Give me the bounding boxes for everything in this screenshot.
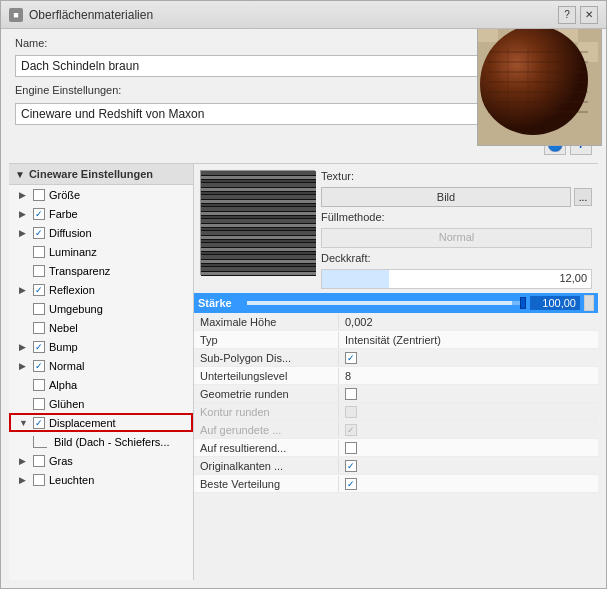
checkbox-normal[interactable] <box>33 360 45 372</box>
table-row-beste: Beste Verteilung <box>194 475 598 493</box>
svg-rect-41 <box>201 252 316 254</box>
svg-rect-33 <box>201 219 316 223</box>
cell-check-original <box>339 458 598 474</box>
expand-icon: ▶ <box>19 209 29 219</box>
cell-label-geo-runden: Geometrie runden <box>194 386 339 402</box>
table-row-geo-runden: Geometrie runden <box>194 385 598 403</box>
tree-label-gras: Gras <box>49 455 189 467</box>
tree-item-normal[interactable]: ▶ Normal <box>9 356 193 375</box>
checkbox-grosse[interactable] <box>33 189 45 201</box>
checkbox-diffusion[interactable] <box>33 227 45 239</box>
svg-rect-31 <box>201 212 316 215</box>
cell-label-typ: Typ <box>194 332 339 348</box>
tree-label-displacement: Displacement <box>49 417 189 429</box>
checkbox-transparenz[interactable] <box>33 265 45 277</box>
svg-rect-42 <box>201 255 316 259</box>
tree-connector <box>33 436 47 448</box>
expand-icon: ▶ <box>19 361 29 371</box>
middle-section: ▼ Cineware Einstellungen ▶ Größe ▶ Farbe… <box>9 163 598 580</box>
svg-rect-2 <box>478 29 498 42</box>
svg-rect-21 <box>201 171 316 175</box>
tree-item-alpha[interactable]: Alpha <box>9 375 193 394</box>
bild-row: Bild ... <box>321 187 592 207</box>
checkbox-reflexion[interactable] <box>33 284 45 296</box>
engine-row: Cineware und Redshift von Maxon ▼ <box>9 103 598 125</box>
cell-check-beste <box>339 476 598 492</box>
texture-svg <box>201 171 316 276</box>
expand-icon: ▶ <box>19 285 29 295</box>
help-button[interactable]: ? <box>558 6 576 24</box>
fullmethode-label: Füllmethode: <box>321 211 592 223</box>
tree-item-nebel[interactable]: Nebel <box>9 318 193 337</box>
tree-item-displacement[interactable]: ▼ Displacement <box>9 413 193 432</box>
scroll-up-btn[interactable] <box>584 295 594 311</box>
cineware-section-label: Cineware Einstellungen <box>29 168 153 180</box>
engine-dropdown-value: Cineware und Redshift von Maxon <box>21 107 204 121</box>
deckkraft-slider[interactable]: 12,00 <box>321 269 592 289</box>
tree-item-leuchten[interactable]: ▶ Leuchten <box>9 470 193 489</box>
tree-item-bump[interactable]: ▶ Bump <box>9 337 193 356</box>
engine-label: Engine Einstellungen: <box>15 84 121 96</box>
tree-label-reflexion: Reflexion <box>49 284 189 296</box>
svg-rect-26 <box>201 192 316 194</box>
check-geo-runden[interactable] <box>345 388 357 400</box>
starke-value: 100,00 <box>530 296 580 310</box>
right-controls: Textur: Bild ... Füllmethode: Normal Dec… <box>321 170 592 289</box>
check-beste[interactable] <box>345 478 357 490</box>
tree-item-farbe[interactable]: ▶ Farbe <box>9 204 193 223</box>
checkbox-bump[interactable] <box>33 341 45 353</box>
checkbox-nebel[interactable] <box>33 322 45 334</box>
checkbox-gras[interactable] <box>33 455 45 467</box>
cell-label-original: Originalkanten ... <box>194 458 339 474</box>
check-original[interactable] <box>345 460 357 472</box>
checkbox-displacement[interactable] <box>33 417 45 429</box>
tree-item-gras[interactable]: ▶ Gras <box>9 451 193 470</box>
expand-icon: ▶ <box>19 475 29 485</box>
tree-item-umgebung[interactable]: Umgebung <box>9 299 193 318</box>
checkbox-luminanz[interactable] <box>33 246 45 258</box>
svg-rect-35 <box>201 228 316 230</box>
checkbox-umgebung[interactable] <box>33 303 45 315</box>
expand-icon: ▼ <box>19 418 29 428</box>
checkbox-farbe[interactable] <box>33 208 45 220</box>
main-window: ■ Oberflächenmaterialien ? ✕ Name: Bearb… <box>0 0 607 589</box>
data-table: Maximale Höhe 0,002 Typ Intensität (Zent… <box>194 313 598 580</box>
svg-rect-38 <box>201 240 316 242</box>
expand-icon: ▶ <box>19 342 29 352</box>
cell-check-geo-runden <box>339 386 598 402</box>
check-kontur <box>345 406 357 418</box>
checkbox-alpha[interactable] <box>33 379 45 391</box>
expand-icon: ▶ <box>19 228 29 238</box>
svg-rect-36 <box>201 231 316 235</box>
tree-item-bild-sub[interactable]: Bild (Dach - Schiefers... <box>9 432 193 451</box>
checkbox-gluhen[interactable] <box>33 398 45 410</box>
cell-label-auf-gerundete: Auf gerundete ... <box>194 422 339 438</box>
check-sub-polygon[interactable] <box>345 352 357 364</box>
tree-item-gluhen[interactable]: Glühen <box>9 394 193 413</box>
bild-button[interactable]: Bild <box>321 187 571 207</box>
cell-check-kontur <box>339 404 598 420</box>
starke-track[interactable] <box>247 301 526 305</box>
title-bar: ■ Oberflächenmaterialien ? ✕ <box>1 1 606 29</box>
svg-rect-32 <box>201 216 316 218</box>
tree-item-luminanz[interactable]: Luminanz <box>9 242 193 261</box>
checkbox-leuchten[interactable] <box>33 474 45 486</box>
tree-item-grosse[interactable]: ▶ Größe <box>9 185 193 204</box>
starke-handle[interactable] <box>520 297 526 309</box>
title-buttons: ? ✕ <box>558 6 598 24</box>
cell-check-auf-result <box>339 440 598 456</box>
check-auf-result[interactable] <box>345 442 357 454</box>
tree-item-diffusion[interactable]: ▶ Diffusion <box>9 223 193 242</box>
textur-label: Textur: <box>321 170 592 182</box>
deckkraft-label: Deckkraft: <box>321 252 592 264</box>
starke-slider-row[interactable]: Stärke 100,00 <box>194 293 598 313</box>
starke-label: Stärke <box>198 297 243 309</box>
browse-icon-btn[interactable]: ... <box>574 188 592 206</box>
tree-item-transparenz[interactable]: Transparenz <box>9 261 193 280</box>
name-label: Name: <box>15 37 47 49</box>
svg-rect-40 <box>201 248 316 251</box>
close-button[interactable]: ✕ <box>580 6 598 24</box>
table-row-max-hohe: Maximale Höhe 0,002 <box>194 313 598 331</box>
tree-item-reflexion[interactable]: ▶ Reflexion <box>9 280 193 299</box>
content-area: Name: Bearbeitbar: 1 Engine Einstellunge… <box>1 29 606 588</box>
